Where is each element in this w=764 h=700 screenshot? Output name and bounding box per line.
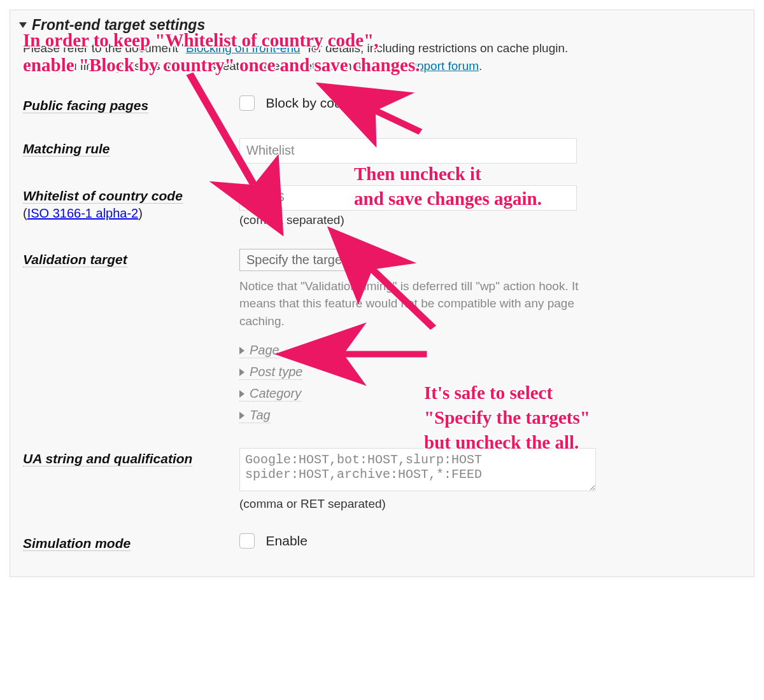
chevron-right-icon (239, 412, 244, 419)
ua-hint: (comma or RET separated) (239, 497, 741, 511)
label-public-facing: Public facing pages (23, 98, 148, 113)
validation-target-value: Specify the targets (246, 253, 352, 267)
section-title[interactable]: Front-end target settings (19, 17, 741, 34)
doc-link[interactable]: Blocking on front-end (186, 41, 301, 55)
row-matching-rule: Matching rule (23, 138, 741, 164)
row-simulation: Simulation mode Enable (23, 533, 741, 554)
section-description-1: Please refer to the document "Blocking o… (23, 41, 741, 55)
validation-target-select[interactable]: Specify the targets (239, 249, 372, 271)
label-validation-target: Validation target (23, 252, 127, 267)
section-title-text: Front-end target settings (32, 17, 205, 34)
sublist-item-category[interactable]: Category (239, 386, 301, 402)
whitelist-hint: (comma separated) (239, 213, 741, 227)
svg-line-0 (190, 74, 254, 185)
whitelist-input[interactable] (239, 185, 577, 211)
validation-target-notice: Notice that "Validation timing" is defer… (239, 277, 596, 330)
sublist-item-tag[interactable]: Tag (239, 408, 271, 423)
chevron-right-icon (239, 347, 244, 354)
row-validation-target: Validation target Specify the targets No… (23, 249, 741, 427)
sublist-item-post-type[interactable]: Post type (239, 365, 302, 380)
frontend-target-panel: Front-end target settings Please refer t… (10, 10, 754, 577)
block-by-country-checkbox[interactable] (239, 95, 255, 111)
block-by-country-label: Block by country (266, 95, 364, 110)
iso-3166-link[interactable]: ISO 3166-1 alpha-2 (27, 206, 139, 220)
row-public-facing: Public facing pages Block by country (23, 95, 741, 116)
chevron-right-icon (239, 368, 244, 376)
label-whitelist: Whitelist of country code (23, 188, 183, 204)
row-ua: UA string and qualification Google:HOST,… (23, 448, 741, 511)
row-whitelist: Whitelist of country code (ISO 3166-1 al… (23, 185, 741, 227)
chevron-down-icon (19, 22, 27, 28)
chevron-right-icon (239, 390, 244, 398)
support-forum-link[interactable]: at the support forum (371, 59, 479, 73)
chevron-down-icon (358, 258, 365, 262)
ua-textarea[interactable]: Google:HOST,bot:HOST,slurp:HOST spider:H… (239, 448, 596, 491)
label-matching-rule: Matching rule (23, 141, 110, 157)
sublist-item-page[interactable]: Page (239, 343, 279, 358)
matching-rule-input[interactable] (239, 138, 577, 164)
simulation-checkbox[interactable] (239, 533, 255, 549)
label-ua: UA string and qualification (23, 451, 192, 466)
section-description-2: And if you find any issues about this fe… (23, 59, 741, 73)
simulation-label: Enable (266, 533, 308, 548)
label-simulation: Simulation mode (23, 536, 131, 551)
validation-target-sublist: Page Post type Category Tag (239, 340, 741, 426)
